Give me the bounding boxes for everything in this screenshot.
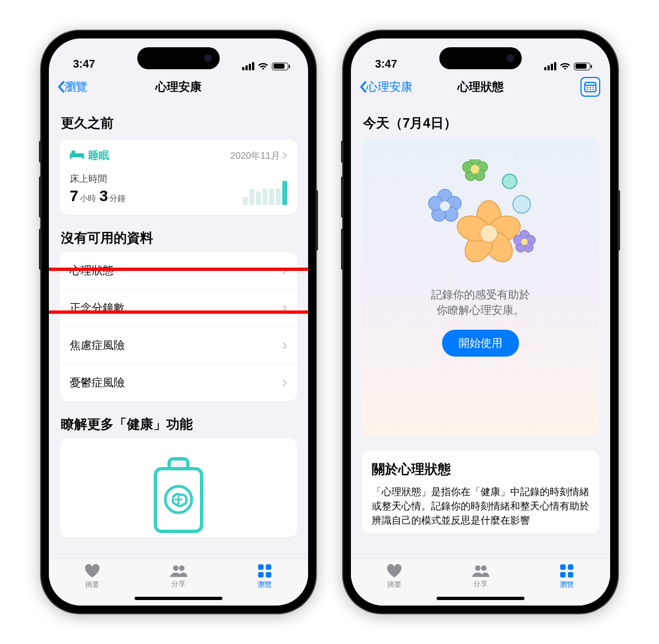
row-label: 憂鬱症風險 <box>70 375 125 390</box>
people-icon <box>169 564 188 578</box>
svg-rect-10 <box>266 572 271 578</box>
heart-icon <box>386 564 403 578</box>
grid-icon <box>258 564 272 578</box>
tab-label: 摘要 <box>85 580 99 590</box>
people-icon <box>471 564 490 578</box>
svg-rect-1 <box>71 151 75 153</box>
back-button[interactable]: 瀏覽 <box>57 79 87 95</box>
tab-label: 分享 <box>171 579 186 589</box>
svg-rect-47 <box>560 564 566 570</box>
tab-label: 摘要 <box>387 580 401 590</box>
cellular-icon <box>242 62 254 70</box>
state-of-mind-card: 記錄你的感受有助於 你瞭解心理安康。 開始使用 <box>362 140 599 436</box>
calendar-button[interactable] <box>580 77 600 97</box>
get-started-button[interactable]: 開始使用 <box>442 330 519 357</box>
svg-point-6 <box>179 565 185 571</box>
dynamic-island <box>439 47 522 69</box>
tab-label: 瀏覽 <box>560 580 574 590</box>
row-mind-state[interactable]: 心理狀態 <box>60 252 297 290</box>
today-heading: 今天（7月4日） <box>363 114 599 132</box>
chevron-right-icon <box>282 152 287 159</box>
back-label: 瀏覽 <box>64 79 87 95</box>
grid-icon <box>560 564 574 578</box>
page-title: 心理安康 <box>155 79 202 95</box>
battery-icon <box>574 63 590 70</box>
tab-share[interactable]: 分享 <box>437 559 523 595</box>
row-depression[interactable]: 憂鬱症風險 <box>60 364 297 401</box>
svg-rect-2 <box>70 157 71 159</box>
row-label: 心理狀態 <box>70 263 114 278</box>
wifi-icon <box>560 63 571 70</box>
sleep-date: 2020年11月 <box>230 149 280 162</box>
about-text: 「心理狀態」是指你在「健康」中記錄的時刻情緒或整天心情。記錄你的時刻情緒和整天心… <box>372 485 589 528</box>
tab-browse[interactable]: 瀏覽 <box>222 559 308 595</box>
phone-left: 3:47 瀏覽 心理安康 更久之前 <box>41 31 316 613</box>
tab-summary[interactable]: 摘要 <box>351 559 437 595</box>
tab-label: 分享 <box>473 579 488 589</box>
svg-point-32 <box>440 201 450 211</box>
clipboard-brain-icon <box>148 457 209 533</box>
card-description: 記錄你的感受有助於 你瞭解心理安康。 <box>431 287 530 318</box>
svg-point-18 <box>593 89 594 90</box>
status-time: 3:47 <box>73 58 95 70</box>
home-indicator[interactable] <box>437 597 524 600</box>
nav-bar: 瀏覽 心理安康 <box>49 71 308 102</box>
section-learn-more: 瞭解更多「健康」功能 <box>61 415 297 433</box>
svg-point-14 <box>590 87 591 88</box>
svg-rect-0 <box>70 153 84 157</box>
sleep-bar-chart <box>243 180 287 205</box>
page-title: 心理狀態 <box>457 79 504 95</box>
sleep-card[interactable]: 睡眠 2020年11月 床上時間 7小時 3分鐘 <box>60 140 297 215</box>
row-anxiety[interactable]: 焦慮症風險 <box>60 327 297 364</box>
tab-share[interactable]: 分享 <box>135 559 221 595</box>
dynamic-island <box>137 47 220 69</box>
status-time: 3:47 <box>375 58 397 70</box>
wifi-icon <box>258 63 269 70</box>
svg-point-24 <box>471 165 479 174</box>
svg-rect-9 <box>258 572 264 578</box>
home-indicator[interactable] <box>135 597 222 600</box>
svg-point-16 <box>587 89 588 90</box>
svg-point-17 <box>590 89 591 90</box>
sleep-label: 睡眠 <box>88 148 109 163</box>
svg-rect-7 <box>258 564 264 570</box>
chevron-right-icon <box>282 342 287 349</box>
svg-point-25 <box>502 174 517 188</box>
bed-icon <box>70 149 84 162</box>
about-card: 關於心理狀態 「心理狀態」是指你在「健康」中記錄的時刻情緒或整天心情。記錄你的時… <box>362 451 599 533</box>
no-data-list: 心理狀態 正念分鐘數 焦慮症風險 憂鬱症風險 <box>60 252 297 401</box>
nav-bar: 心理安康 心理狀態 <box>351 71 610 102</box>
svg-rect-48 <box>568 564 573 570</box>
back-button[interactable]: 心理安康 <box>359 79 412 95</box>
sleep-metric-label: 床上時間 <box>70 173 127 185</box>
svg-point-26 <box>513 196 530 213</box>
sleep-value: 7小時 3分鐘 <box>70 187 127 205</box>
learn-card[interactable] <box>60 438 297 537</box>
tab-label: 瀏覽 <box>258 580 272 590</box>
section-earlier: 更久之前 <box>61 114 297 132</box>
cellular-icon <box>544 62 556 70</box>
svg-rect-50 <box>568 572 573 578</box>
row-mindful[interactable]: 正念分鐘數 <box>60 290 297 327</box>
tab-browse[interactable]: 瀏覽 <box>524 559 610 595</box>
phone-right: 3:47 心理安康 心理狀態 <box>343 31 618 613</box>
row-label: 正念分鐘數 <box>70 301 125 315</box>
chevron-right-icon <box>282 267 287 275</box>
back-label: 心理安康 <box>366 79 412 95</box>
calendar-icon <box>584 81 596 92</box>
svg-rect-8 <box>266 564 271 570</box>
svg-point-15 <box>593 87 594 88</box>
svg-rect-3 <box>82 157 84 159</box>
svg-point-38 <box>480 225 498 242</box>
heart-icon <box>84 564 100 578</box>
tab-summary[interactable]: 摘要 <box>49 559 135 595</box>
svg-rect-49 <box>560 572 566 578</box>
chevron-right-icon <box>282 304 287 312</box>
svg-point-13 <box>587 87 588 88</box>
chevron-right-icon <box>282 379 287 387</box>
svg-point-5 <box>173 565 178 571</box>
svg-point-46 <box>481 565 487 571</box>
row-label: 焦慮症風險 <box>70 338 125 353</box>
svg-point-44 <box>521 238 528 245</box>
section-no-data: 沒有可用的資料 <box>61 229 297 247</box>
